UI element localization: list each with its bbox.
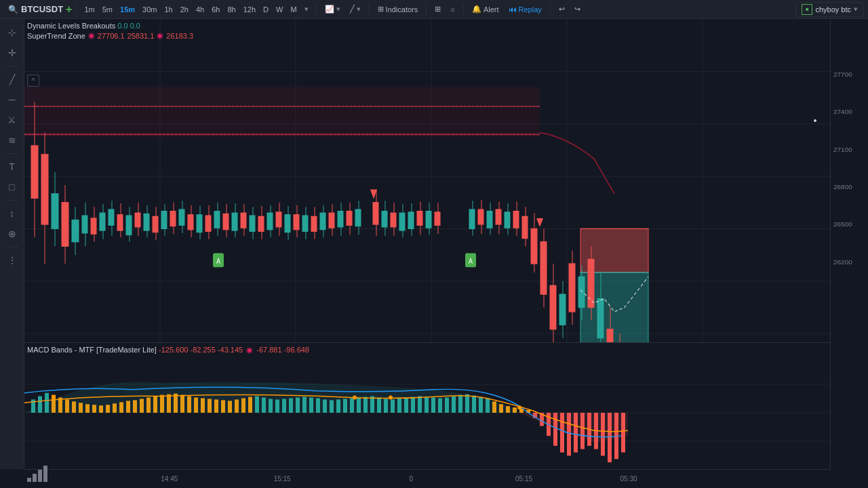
time-label-3: 0 <box>409 475 413 483</box>
crosshair-tool[interactable]: ✛ <box>3 43 22 62</box>
tf-W[interactable]: W <box>273 4 286 15</box>
svg-text:A: A <box>216 257 220 265</box>
symbol-selector[interactable]: 🔍 BTCUSDT + <box>4 2 77 17</box>
tradingview-logo <box>27 466 49 485</box>
chart-type-btn[interactable]: 📈 ▾ <box>321 3 344 15</box>
svg-rect-109 <box>487 211 492 228</box>
svg-rect-64 <box>267 213 273 229</box>
main-chart-panel[interactable]: A <box>24 19 830 343</box>
pitchfork-tool[interactable]: ⚔ <box>3 110 22 129</box>
tf-1m[interactable]: 1m <box>81 4 98 15</box>
svg-rect-58 <box>241 213 246 228</box>
svg-rect-66 <box>276 212 281 227</box>
svg-rect-76 <box>320 213 326 229</box>
replay-btn[interactable]: ⏮ Replay <box>505 3 546 16</box>
svg-rect-18 <box>62 203 68 246</box>
tf-5m[interactable]: 5m <box>99 4 116 15</box>
add-symbol-btn[interactable]: + <box>66 3 72 16</box>
svg-rect-122 <box>540 242 547 294</box>
tool-separator-1 <box>5 66 19 66</box>
svg-rect-101 <box>435 212 440 225</box>
svg-rect-74 <box>311 216 317 231</box>
zoom-tool[interactable]: ⊕ <box>3 224 22 243</box>
line-tool-btn[interactable]: ╱ ▾ <box>346 3 365 15</box>
indicators-icon: ⊞ <box>378 5 384 14</box>
svg-rect-16 <box>52 194 58 229</box>
tf-2h[interactable]: 2h <box>177 4 192 15</box>
replay-icon: ⏮ <box>509 5 517 14</box>
separator-2 <box>369 3 370 16</box>
fullscreen-icon: ○ <box>450 5 455 14</box>
more-tools-btn[interactable]: ⋮ <box>3 251 22 270</box>
toolbar-right: ■ chyboy btc ▾ <box>795 2 864 17</box>
alert-btn[interactable]: 🔔 Alert <box>468 3 503 15</box>
fullscreen-btn[interactable]: ○ <box>446 4 459 15</box>
templates-btn[interactable]: ⊞ <box>431 3 445 15</box>
text-tool[interactable]: T <box>3 157 22 176</box>
svg-rect-38 <box>153 216 158 232</box>
symbol-label: BTCUSDT <box>21 4 63 14</box>
svg-rect-97 <box>417 211 422 226</box>
zoom-icon: ⊕ <box>8 228 16 239</box>
svg-rect-105 <box>469 209 475 228</box>
alert-label: Alert <box>484 5 499 14</box>
tf-M[interactable]: M <box>287 4 300 15</box>
tf-D[interactable]: D <box>260 4 272 15</box>
chart-type-icon: 📈 <box>325 5 334 14</box>
svg-rect-93 <box>399 213 405 230</box>
svg-rect-82 <box>347 211 352 226</box>
undo-btn[interactable]: ↩ <box>555 3 569 15</box>
svg-rect-60 <box>250 216 255 231</box>
drawing-toolbar: ⊹ ✛ ╱ ─ ⚔ ≋ T □ ↕ ⊕ ⋮ <box>0 19 24 469</box>
tf-15m[interactable]: 15m <box>117 4 138 15</box>
macd-chart <box>24 357 830 469</box>
svg-rect-124 <box>550 285 556 329</box>
svg-rect-24 <box>91 218 96 234</box>
tf-4h[interactable]: 4h <box>193 4 208 15</box>
fibonacci-tool[interactable]: ≋ <box>3 131 22 150</box>
cursor-icon: ⊹ <box>8 27 16 38</box>
svg-rect-62 <box>258 216 264 231</box>
text-icon: T <box>9 161 15 172</box>
tf-12h[interactable]: 12h <box>240 4 259 15</box>
replay-label: Replay <box>519 5 542 14</box>
tf-30m[interactable]: 30m <box>139 4 160 15</box>
svg-point-237 <box>389 396 393 400</box>
svg-rect-50 <box>205 216 211 231</box>
horizontal-line-tool[interactable]: ─ <box>3 90 22 109</box>
shape-tool[interactable]: □ <box>3 178 22 197</box>
svg-text:A: A <box>469 257 473 265</box>
svg-rect-99 <box>426 211 431 228</box>
svg-rect-32 <box>126 216 132 235</box>
tf-6h[interactable]: 6h <box>208 4 223 15</box>
indicators-btn[interactable]: ⊞ Indicators <box>374 3 422 15</box>
svg-rect-26 <box>100 213 105 230</box>
chart-type-dropdown: ▾ <box>336 5 340 14</box>
svg-marker-114 <box>536 218 543 227</box>
svg-rect-12 <box>31 146 38 198</box>
separator-3 <box>426 3 427 16</box>
svg-rect-48 <box>197 215 202 232</box>
shape-icon: □ <box>9 182 14 192</box>
svg-rect-89 <box>382 211 387 227</box>
svg-rect-136 <box>597 299 604 338</box>
macd-label-text: MACD Bands - MTF [TradeMaster Lite] <box>27 346 157 354</box>
svg-text:26200: 26200 <box>833 258 852 266</box>
svg-rect-40 <box>161 211 167 229</box>
collapse-panel-btn[interactable]: ^ <box>27 75 39 87</box>
cursor-tool[interactable]: ⊹ <box>3 23 22 42</box>
svg-text:26500: 26500 <box>833 221 852 228</box>
svg-rect-138 <box>607 329 613 342</box>
user-account[interactable]: ■ chyboy btc ▾ <box>795 2 864 17</box>
redo-icon: ↪ <box>574 5 580 14</box>
tf-8h[interactable]: 8h <box>224 4 239 15</box>
redo-btn[interactable]: ↪ <box>570 3 585 15</box>
macd-indicator-label: MACD Bands - MTF [TradeMaster Lite] -125… <box>27 346 309 354</box>
measure-tool[interactable]: ↕ <box>3 204 22 223</box>
svg-point-238 <box>517 405 521 409</box>
tf-dropdown[interactable]: ▾ <box>301 3 312 15</box>
macd-value-1: -125.600 <box>159 346 188 354</box>
trend-line-tool[interactable]: ╱ <box>3 70 22 89</box>
svg-rect-46 <box>188 215 193 230</box>
tf-1h[interactable]: 1h <box>161 4 176 15</box>
